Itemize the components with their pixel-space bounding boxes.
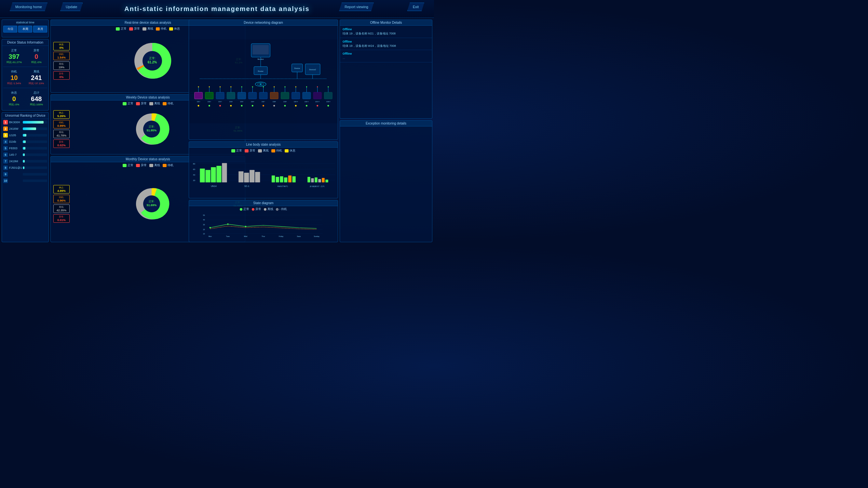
rank-bar-container bbox=[23, 154, 47, 156]
svg-point-63 bbox=[328, 86, 329, 87]
abnormal-status: 异常 0 环比↓0% bbox=[26, 47, 48, 65]
report-viewing-button[interactable]: Report viewing bbox=[339, 3, 374, 11]
rank-bar bbox=[23, 160, 25, 163]
state-diagram-chart: 50 40 30 20 10 Mon Tues Wed bbox=[189, 212, 338, 238]
w-legend-standby: 待机 bbox=[167, 101, 174, 106]
month-button[interactable]: 本月 bbox=[33, 26, 47, 33]
svg-rect-108 bbox=[222, 163, 227, 183]
rank-number: 6 bbox=[3, 153, 8, 157]
legend-rest: 休息 bbox=[174, 27, 180, 31]
svg-rect-52 bbox=[292, 92, 300, 99]
svg-text:80: 80 bbox=[193, 163, 195, 165]
svg-rect-112 bbox=[250, 170, 254, 183]
svg-rect-61 bbox=[324, 92, 332, 99]
device-status-title: Divice Status Information bbox=[2, 39, 49, 46]
w-rest-label: 休止: 5.26% bbox=[53, 110, 70, 119]
svg-rect-110 bbox=[239, 171, 243, 183]
svg-point-33 bbox=[220, 86, 221, 87]
svg-point-51 bbox=[284, 86, 285, 87]
state-diagram-legend: 正常 异常 离线 - 待机 bbox=[189, 206, 338, 212]
svg-rect-124 bbox=[315, 177, 317, 183]
svg-rect-123 bbox=[311, 178, 314, 183]
svg-point-80 bbox=[230, 105, 231, 107]
total-value: 648 bbox=[26, 95, 47, 103]
rank-device-name: F8303 bbox=[9, 147, 22, 150]
standby-value: 10 bbox=[4, 74, 24, 82]
svg-rect-116 bbox=[276, 177, 279, 183]
svg-text:20: 20 bbox=[203, 229, 205, 230]
svg-text:设备4: 设备4 bbox=[229, 101, 233, 102]
rest-label: 休息 bbox=[4, 91, 24, 95]
rank-bar-container bbox=[23, 140, 47, 143]
week-button[interactable]: 本周 bbox=[18, 26, 32, 33]
state-diagram-panel: State diagram 正常 异常 离线 - 待机 50 40 30 20 … bbox=[189, 200, 338, 242]
monthly-pie-chart: 正常: 51.69% bbox=[134, 186, 169, 222]
w-offline-label: 离线: 41.78% bbox=[53, 130, 70, 138]
svg-text:UN14: UN14 bbox=[211, 185, 217, 187]
rank-number: 10 bbox=[3, 178, 8, 183]
svg-text:Satur: Satur bbox=[297, 235, 301, 237]
offline-label-box: 离线: 19% bbox=[53, 61, 70, 70]
svg-point-24 bbox=[260, 84, 261, 85]
offline-item-2: Offline 结体 19，设备名称 W24，设备地址 7008 bbox=[340, 38, 432, 51]
svg-text:Friday: Friday bbox=[279, 235, 284, 237]
rest-value: 0 bbox=[4, 95, 24, 103]
svg-point-87 bbox=[306, 105, 307, 107]
m-legend-abnormal: 异常 bbox=[141, 163, 147, 167]
rank-item-9: 9 bbox=[2, 171, 49, 177]
svg-rect-122 bbox=[307, 177, 310, 183]
update-button[interactable]: Update bbox=[60, 3, 83, 11]
svg-text:Wed: Wed bbox=[244, 235, 248, 237]
svg-point-60 bbox=[317, 86, 318, 87]
standby-trend: 环比↑1.54% bbox=[4, 82, 24, 85]
svg-point-45 bbox=[263, 86, 264, 87]
svg-text:设备5: 设备5 bbox=[240, 101, 244, 102]
svg-text:60: 60 bbox=[193, 168, 195, 170]
offline-item-1: Offline 结体 19，设备名称 M21，设备地址 7008 bbox=[340, 26, 432, 38]
rank-device-name: 2419M bbox=[9, 160, 22, 163]
svg-point-57 bbox=[306, 86, 307, 87]
legend-abnormal: 异常 bbox=[134, 27, 140, 31]
m-legend-standby: 待机 bbox=[167, 163, 174, 167]
svg-rect-115 bbox=[272, 175, 275, 183]
offline-items: Offline 结体 19，设备名称 M21，设备地址 7008 Offline… bbox=[340, 26, 432, 62]
svg-text:Device2: Device2 bbox=[309, 69, 316, 70]
svg-point-36 bbox=[230, 86, 231, 87]
rank-bar-container bbox=[23, 147, 47, 150]
monthly-pie-labels-left: 休止: 4.99% 待机: 0.96% 离线: 42.35% 异常: 0.01% bbox=[53, 185, 70, 223]
monitoring-home-button[interactable]: Monitoring home bbox=[10, 3, 48, 11]
svg-text:Device: Device bbox=[294, 67, 300, 69]
svg-point-88 bbox=[316, 105, 318, 107]
abnormal-value: 0 bbox=[26, 53, 47, 61]
rank-device-name: BK300H bbox=[9, 121, 22, 124]
svg-text:设备9: 设备9 bbox=[283, 101, 287, 102]
svg-point-27 bbox=[198, 86, 199, 87]
svg-text:30: 30 bbox=[203, 224, 205, 226]
svg-rect-118 bbox=[284, 177, 287, 183]
rank-item-5: 5 F8303 bbox=[2, 145, 49, 152]
abnormal-rank-panel: Unnormal Ranking of Divice 1 BK300H 2 24… bbox=[2, 112, 49, 242]
rank-item-6: 6 145-7 bbox=[2, 152, 49, 158]
line-state-chart: 80 60 40 20 UN14 SC-1 bbox=[189, 154, 338, 194]
today-button[interactable]: 今日 bbox=[3, 26, 17, 33]
rank-number: 5 bbox=[3, 146, 8, 151]
svg-text:20: 20 bbox=[193, 180, 195, 182]
offline-monitor-panel: Offline Monitor Details Offline 结体 19，设备… bbox=[340, 20, 432, 119]
total-status: 总计 648 环比↓100% bbox=[26, 89, 48, 108]
network-panel: Device networking diagram Monitor Router bbox=[189, 20, 338, 140]
svg-text:10: 10 bbox=[203, 233, 205, 235]
rank-item-4: 4 D24b bbox=[2, 138, 49, 145]
offline-item-3: Offline ... bbox=[340, 50, 432, 62]
svg-rect-105 bbox=[205, 170, 210, 183]
rank-number: 8 bbox=[3, 165, 8, 170]
weekly-pie-labels-left: 休止: 5.26% 待机: 0.99% 离线: 41.78% 异常: 0.02% bbox=[53, 110, 70, 148]
line-state-legend: 正常 异常 离线 待机 休息 bbox=[189, 148, 338, 154]
legend-normal: 正常 bbox=[121, 27, 127, 31]
exit-button[interactable]: Exit bbox=[407, 3, 424, 11]
rank-bar-container bbox=[23, 121, 47, 124]
rank-item-7: 7 2419M bbox=[2, 158, 49, 164]
network-diagram-svg: Monitor Router bbox=[189, 26, 338, 137]
rank-bar-container bbox=[23, 160, 47, 163]
offline-label: 离线 bbox=[26, 70, 47, 74]
rank-number: 3 bbox=[3, 133, 8, 137]
